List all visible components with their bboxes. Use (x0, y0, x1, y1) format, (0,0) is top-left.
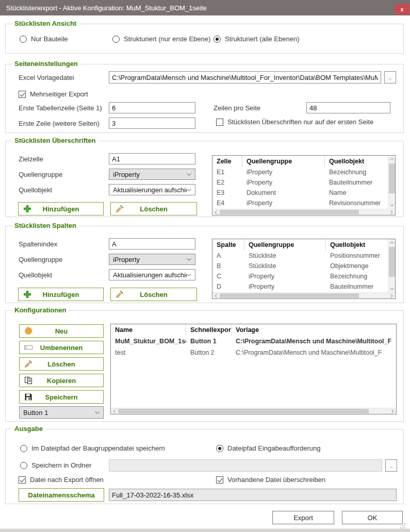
dateinamensschema-button[interactable]: Dateinamensschema (19, 488, 104, 502)
hinzufuegen-button[interactable]: Hinzufügen (18, 202, 104, 215)
column-header[interactable]: Quellengruppe (244, 239, 326, 251)
table-row[interactable]: E1 iProperty Bezeichnung (212, 167, 388, 177)
checkbox-icon[interactable] (216, 476, 223, 484)
group-title: Konfigurationen (12, 306, 69, 314)
radio-nur-bauteile[interactable]: Nur Bauteile (20, 35, 68, 43)
kopieren-button[interactable]: Kopieren (19, 374, 104, 387)
scroll-left-icon[interactable] (212, 209, 219, 215)
loeschen-button[interactable]: Löschen (110, 202, 197, 215)
ok-button[interactable]: OK (342, 511, 403, 524)
scroll-up-icon[interactable] (388, 239, 396, 246)
scroll-right-icon[interactable] (388, 293, 395, 298)
zielzelle-input[interactable] (109, 153, 195, 164)
scroll-left-icon[interactable] (111, 408, 118, 414)
quellengruppe-dropdown[interactable]: iProperty (109, 254, 195, 265)
column-header[interactable]: Schnellexport (186, 324, 232, 336)
table-row[interactable]: A Stückliste Positionsnummer (212, 251, 388, 261)
checkbox-icon[interactable] (19, 476, 26, 484)
scroll-down-icon[interactable] (388, 202, 396, 209)
export-button[interactable]: Export (272, 511, 334, 524)
scrollbar-thumb[interactable] (220, 293, 359, 298)
speichern-button[interactable]: Speichern (19, 390, 104, 404)
scrollbar-thumb[interactable] (389, 163, 395, 193)
button-label: Löschen (140, 205, 167, 213)
loeschen-button[interactable]: Löschen (19, 357, 104, 371)
excel-browse-button[interactable]: .. (384, 71, 396, 84)
table-row[interactable]: E2 iProperty Bauteilnummer (212, 177, 388, 188)
dateiname-input[interactable] (109, 489, 397, 501)
ordner-pfad-input[interactable] (109, 459, 382, 472)
scrollbar-thumb[interactable] (118, 409, 369, 413)
horizontal-scrollbar[interactable] (111, 408, 396, 414)
quellobjekt-dropdown[interactable]: Aktualisierungen aufschie (109, 184, 195, 195)
umbenennen-button[interactable]: Umbenennen (19, 341, 104, 354)
table-row[interactable]: B Stückliste Objektmenge (212, 261, 388, 271)
zeilen-pro-seite-input[interactable] (306, 102, 390, 113)
quellobjekt-dropdown[interactable]: Aktualisierungen aufschie (109, 269, 195, 280)
radio-icon[interactable] (112, 36, 120, 43)
table-row[interactable]: C iProperty Bezeichnung (212, 271, 388, 281)
checkbox-datei-oeffnen[interactable]: Datei nach Export öffnen (19, 476, 104, 484)
scroll-up-icon[interactable] (388, 156, 396, 162)
schnellexport-button-dropdown[interactable]: Button 1 (19, 406, 104, 419)
radio-icon[interactable] (20, 445, 27, 452)
neu-button[interactable]: Neu (19, 324, 104, 338)
window-title: Stücklistenexport - Aktive Konfiguration… (6, 4, 207, 12)
scroll-left-icon[interactable] (212, 293, 219, 298)
scroll-down-icon[interactable] (388, 286, 396, 292)
button-label: Kopieren (47, 377, 76, 385)
excel-vorlagedatei-input[interactable] (109, 71, 381, 84)
table-cell: Positionsnummer (326, 251, 388, 261)
quellengruppe-dropdown[interactable]: iProperty (109, 169, 195, 180)
scroll-right-icon[interactable] (389, 408, 396, 414)
radio-strukturiert-alle-ebenen[interactable]: Strukturiert (alle Ebenen) (214, 35, 300, 43)
column-header[interactable]: Quellobjekt (326, 239, 388, 251)
horizontal-scrollbar[interactable] (212, 292, 395, 298)
radio-strukturiert-erste-ebene[interactable]: Strukturiert (nur erste Ebene) (112, 35, 210, 43)
table-row[interactable]: MuM_Stuktur_BOM_1seite Button 1 C:\Progr… (111, 336, 396, 347)
scrollbar-thumb[interactable] (389, 247, 395, 277)
checkbox-icon[interactable] (216, 119, 223, 126)
column-header[interactable]: Zelle (212, 156, 242, 167)
resize-grip[interactable] (400, 523, 406, 528)
loeschen-button[interactable]: Löschen (110, 288, 197, 301)
radio-icon[interactable] (20, 36, 27, 43)
spaltenindex-input[interactable] (109, 238, 195, 250)
vertical-scrollbar[interactable] (388, 156, 395, 209)
table-row[interactable]: D iProperty Bauteilnummer (212, 281, 388, 292)
vertical-scrollbar[interactable] (388, 239, 395, 292)
checkbox-datei-ueberschreiben[interactable]: Vorhandene Datei überschreiben (216, 476, 325, 484)
table-row[interactable]: E3 Dokument Name (212, 188, 388, 198)
table-cell: Stückliste (244, 261, 326, 271)
copy-icon (24, 376, 32, 385)
hinzufuegen-button[interactable]: Hinzufügen (18, 288, 104, 301)
button-label: Dateinamensschema (28, 491, 94, 499)
radio-icon[interactable] (216, 445, 223, 452)
column-header[interactable]: Spalte (212, 239, 244, 251)
radio-dateipfad-eingabeaufforderung[interactable]: Dateipfad Eingabeaufforderung (216, 444, 320, 452)
table-row[interactable]: E4 iProperty Revisionsnummer (212, 198, 388, 208)
save-icon (24, 393, 32, 401)
column-header[interactable]: Quellengruppe (242, 156, 325, 167)
table-row[interactable]: test Button 2 C:\ProgramData\Mensch und … (111, 347, 396, 358)
checkbox-mehrseitiger-export[interactable]: Mehrseitiger Export (19, 90, 88, 98)
ordner-browse-button[interactable]: .. (385, 459, 397, 472)
group-konfigurationen: Konfigurationen Neu Umbenennen Löschen K… (5, 310, 404, 422)
table-cell: iProperty (242, 198, 325, 208)
radio-dateipfad-baugruppendatei[interactable]: Im Dateipfad der Baugruppendatei speiche… (20, 444, 165, 452)
erste-zeile-input[interactable] (109, 118, 195, 129)
scrollbar-thumb[interactable] (220, 210, 359, 214)
radio-icon[interactable] (214, 36, 221, 43)
column-header[interactable]: Quellobjekt (325, 156, 388, 167)
checkbox-ueberschriften-erste-seite[interactable]: Stücklisten Überschriften nur auf der er… (216, 118, 373, 126)
column-header[interactable]: Name (111, 324, 186, 336)
erste-tabellenzeile-input[interactable] (109, 102, 195, 113)
horizontal-scrollbar[interactable] (212, 209, 395, 215)
close-button[interactable]: x (395, 4, 409, 14)
radio-icon[interactable] (20, 462, 27, 469)
checkbox-icon[interactable] (19, 91, 26, 98)
radio-speichern-in-ordner[interactable]: Speichern in Ordner (20, 461, 91, 469)
scroll-right-icon[interactable] (388, 209, 395, 215)
spaltenindex-label: Spaltenindex (19, 240, 57, 248)
column-header[interactable]: Vorlage (232, 324, 396, 336)
